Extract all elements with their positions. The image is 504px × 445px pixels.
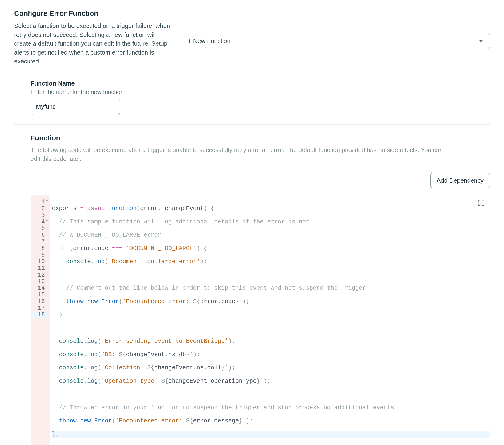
add-dependency-button[interactable]: Add Dependency	[431, 173, 490, 188]
dropdown-selected-label: + New Function	[188, 37, 230, 45]
function-name-label: Function Name	[31, 80, 490, 87]
function-description: The following code will be executed afte…	[31, 146, 454, 163]
function-title: Function	[31, 134, 490, 142]
page-description: Select a function to be executed on a tr…	[14, 22, 172, 66]
header-section: Configure Error Function Select a functi…	[14, 9, 490, 66]
divider	[14, 124, 490, 124]
editor-body[interactable]: exports = async function(error, changeEv…	[50, 195, 490, 445]
function-name-sublabel: Enter the name for the new function	[31, 88, 490, 95]
function-section: Function The following code will be exec…	[31, 134, 490, 445]
function-name-input[interactable]	[31, 99, 120, 115]
chevron-down-icon	[479, 40, 483, 42]
function-name-section: Function Name Enter the name for the new…	[31, 80, 490, 115]
page-title: Configure Error Function	[14, 9, 490, 17]
new-function-dropdown[interactable]: + New Function	[181, 33, 490, 49]
editor-gutter: 1 2 3 4 5 6 7 8 9 10 11 12 13 14 15 16 1…	[31, 195, 50, 445]
code-editor[interactable]: 1 2 3 4 5 6 7 8 9 10 11 12 13 14 15 16 1…	[31, 195, 490, 445]
